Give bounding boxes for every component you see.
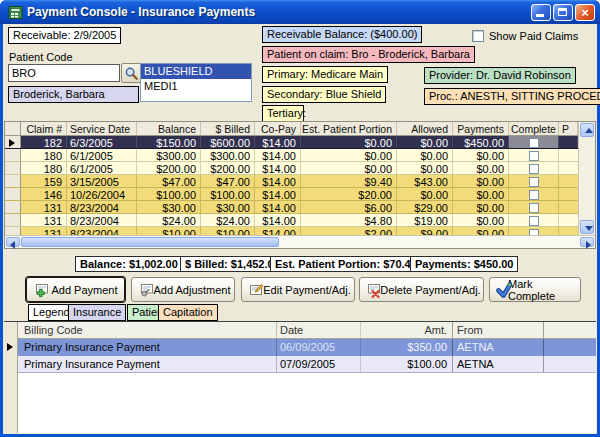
complete-checkbox[interactable] [509, 227, 559, 235]
row-selector [5, 227, 21, 235]
checkbox-icon[interactable] [529, 138, 539, 148]
scroll-up-button[interactable] [580, 123, 594, 137]
scroll-down-button[interactable] [580, 220, 594, 234]
col-billing-code[interactable]: Billing Code [18, 322, 276, 338]
delete-payment-button[interactable]: Delete Payment/Adj. [359, 277, 484, 302]
show-paid-claims-label: Show Paid Claims [489, 30, 578, 42]
col-date[interactable]: Date [276, 322, 360, 338]
checkbox-icon[interactable] [529, 203, 539, 213]
col-allowed[interactable]: Allowed [397, 122, 453, 135]
minimize-button[interactable] [531, 4, 551, 21]
col-billed[interactable]: $ Billed [201, 122, 255, 135]
cell-copay: $14.00 [255, 214, 301, 226]
checkbox-icon[interactable] [472, 30, 484, 42]
cell-balance: $10.00 [137, 227, 201, 235]
cell-billed: $30.00 [201, 201, 255, 213]
col-balance[interactable]: Balance [137, 122, 201, 135]
claims-row-selected[interactable]: 182 6/3/2005 $150.00 $600.00 $14.00 $0.0… [5, 136, 578, 149]
col-copay[interactable]: Co-Pay [255, 122, 301, 135]
patient-code-input[interactable] [8, 64, 120, 82]
col-complete[interactable]: Complete [509, 122, 559, 135]
cell-payments: $0.00 [453, 175, 509, 187]
col-claim[interactable]: Claim # [21, 122, 67, 135]
claims-row[interactable]: 159 3/15/2005 $47.00 $47.00 $14.00 $9.40… [5, 175, 578, 188]
mark-complete-button[interactable]: Mark Complete [489, 277, 581, 302]
edit-payment-button[interactable]: Edit Payment/Adj. [241, 277, 355, 302]
tertiary-coverage-label: Tertiary: [262, 105, 304, 122]
cell-payments: $0.00 [453, 149, 509, 161]
maximize-button[interactable] [553, 4, 573, 21]
insurance-list-item[interactable]: BLUESHIELD [141, 64, 251, 79]
col-partial[interactable]: P [559, 122, 578, 135]
claims-row[interactable]: 131 8/23/2004 $10.00 $10.00 $14.00 $2.00… [5, 227, 578, 235]
cell-allowed: $0.00 [397, 149, 453, 161]
cell-partial [559, 214, 578, 226]
cell-allowed: $0.00 [397, 162, 453, 174]
insurance-list-item[interactable]: MEDI1 [141, 79, 251, 94]
cell-billed: $47.00 [201, 175, 255, 187]
cell-claim: 180 [21, 162, 67, 174]
current-row-icon [7, 343, 13, 351]
show-paid-claims-checkbox[interactable]: Show Paid Claims [472, 30, 578, 42]
cell-claim: 182 [21, 136, 67, 148]
col-service-date[interactable]: Service Date [67, 122, 137, 135]
checkbox-icon[interactable] [529, 164, 539, 174]
row-selector [5, 162, 21, 174]
vertical-scrollbar[interactable] [578, 122, 595, 235]
cell-date: 06/09/2005 [276, 339, 360, 356]
complete-checkbox[interactable] [509, 201, 559, 213]
close-button[interactable]: × [575, 4, 595, 21]
claims-row[interactable]: 180 6/1/2005 $300.00 $300.00 $14.00 $0.0… [5, 149, 578, 162]
col-payments[interactable]: Payments [453, 122, 509, 135]
claims-row[interactable]: 131 8/23/2004 $30.00 $30.00 $14.00 $6.00… [5, 201, 578, 214]
scroll-right-button[interactable] [580, 237, 594, 247]
cell-payments: $0.00 [453, 227, 509, 235]
checkbox-icon[interactable] [529, 177, 539, 187]
insurance-listbox[interactable]: BLUESHIELD MEDI1 [140, 63, 252, 102]
scrollbar-thumb[interactable] [21, 237, 279, 247]
complete-checkbox[interactable] [509, 214, 559, 226]
arrow-right-icon [586, 241, 591, 249]
horizontal-scrollbar[interactable] [5, 235, 595, 248]
claims-row[interactable]: 180 6/1/2005 $200.00 $200.00 $14.00 $0.0… [5, 162, 578, 175]
cell-allowed: $29.00 [397, 201, 453, 213]
cell-payments: $450.00 [453, 136, 509, 148]
row-selector [5, 201, 21, 213]
total-payments: Payments: $450.00 [410, 256, 518, 272]
current-row-icon [9, 139, 15, 147]
cell-est: $0.00 [301, 136, 397, 148]
checkbox-icon[interactable] [529, 151, 539, 161]
cell-partial [559, 188, 578, 200]
claims-row[interactable]: 146 10/26/2004 $100.00 $100.00 $14.00 $2… [5, 188, 578, 201]
payment-row-selected[interactable]: Primary Insurance Payment 06/09/2005 $35… [18, 339, 596, 356]
add-adjustment-button[interactable]: Add Adjustment [131, 277, 235, 302]
checkbox-icon[interactable] [529, 216, 539, 226]
payment-row[interactable]: Primary Insurance Payment 07/09/2005 $10… [18, 356, 596, 373]
cell-copay: $14.00 [255, 136, 301, 148]
claims-row[interactable]: 131 8/23/2004 $24.00 $24.00 $14.00 $4.80… [5, 214, 578, 227]
col-from[interactable]: From [452, 322, 544, 338]
complete-checkbox[interactable] [509, 162, 559, 174]
cell-amt: $350.00 [360, 339, 452, 356]
row-selector [5, 188, 21, 200]
cell-billed: $200.00 [201, 162, 255, 174]
col-est-patient-portion[interactable]: Est. Patient Portion [301, 122, 397, 135]
scroll-left-button[interactable] [6, 237, 20, 247]
checkbox-icon[interactable] [529, 190, 539, 200]
cell-est: $0.00 [301, 149, 397, 161]
add-payment-button[interactable]: Add Payment [26, 277, 125, 302]
complete-checkbox[interactable] [509, 188, 559, 200]
cell-est: $9.40 [301, 175, 397, 187]
cell-partial [559, 201, 578, 213]
complete-checkbox[interactable] [509, 136, 559, 148]
cell-copay: $14.00 [255, 227, 301, 235]
cell-date: 6/1/2005 [67, 149, 137, 161]
patient-search-button[interactable] [121, 63, 141, 83]
col-amt[interactable]: Amt. [360, 322, 452, 338]
title-bar[interactable]: Payment Console - Insurance Payments × [0, 0, 600, 24]
provider-label: Provider: Dr. David Robinson [424, 67, 576, 84]
procedure-label: Proc.: ANESTH, SITTING PROCEDURE [424, 88, 600, 105]
complete-checkbox[interactable] [509, 149, 559, 161]
receivable-date-label: Receivable: 2/9/2005 [8, 27, 121, 44]
complete-checkbox[interactable] [509, 175, 559, 187]
